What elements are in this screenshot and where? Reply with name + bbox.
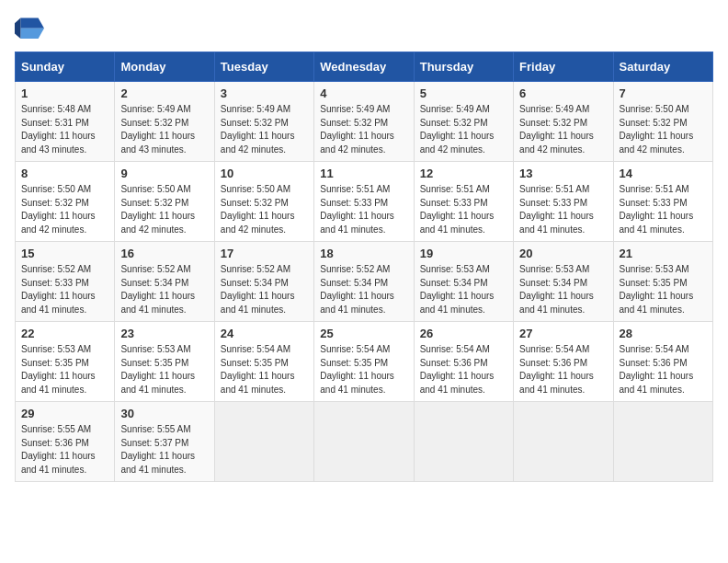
svg-marker-2 (15, 18, 20, 39)
day-cell: 24Sunrise: 5:54 AMSunset: 5:35 PMDayligh… (214, 322, 313, 402)
day-number: 30 (120, 407, 208, 420)
page-header (15, 15, 713, 40)
day-cell: 13Sunrise: 5:51 AMSunset: 5:33 PMDayligh… (514, 162, 613, 242)
day-cell: 11Sunrise: 5:51 AMSunset: 5:33 PMDayligh… (314, 162, 414, 242)
logo-icon (15, 15, 44, 40)
day-number: 24 (221, 327, 308, 340)
day-info: Sunrise: 5:54 AMSunset: 5:36 PMDaylight:… (620, 343, 707, 396)
day-info: Sunrise: 5:50 AMSunset: 5:32 PMDaylight:… (120, 183, 208, 236)
day-number: 2 (120, 86, 208, 100)
day-number: 18 (320, 247, 407, 260)
day-info: Sunrise: 5:53 AMSunset: 5:34 PMDaylight:… (519, 263, 607, 316)
column-header-sunday: Sunday (16, 52, 115, 82)
day-cell: 19Sunrise: 5:53 AMSunset: 5:34 PMDayligh… (414, 242, 513, 322)
week-row-2: 8Sunrise: 5:50 AMSunset: 5:32 PMDaylight… (16, 162, 713, 242)
day-number: 8 (21, 167, 108, 180)
day-number: 29 (21, 407, 108, 420)
day-number: 10 (221, 167, 308, 180)
column-header-monday: Monday (115, 52, 214, 82)
day-info: Sunrise: 5:53 AMSunset: 5:34 PMDaylight:… (420, 263, 507, 316)
column-header-friday: Friday (514, 52, 613, 82)
day-number: 7 (620, 86, 707, 100)
day-number: 12 (420, 167, 507, 180)
day-cell: 1Sunrise: 5:48 AMSunset: 5:31 PMDaylight… (16, 82, 115, 162)
day-info: Sunrise: 5:48 AMSunset: 5:31 PMDaylight:… (21, 103, 108, 156)
day-cell (514, 402, 613, 482)
day-cell: 9Sunrise: 5:50 AMSunset: 5:32 PMDaylight… (115, 162, 214, 242)
day-info: Sunrise: 5:52 AMSunset: 5:34 PMDaylight:… (120, 263, 208, 316)
column-header-wednesday: Wednesday (314, 52, 414, 82)
day-number: 5 (420, 86, 507, 100)
day-number: 13 (519, 167, 607, 180)
week-row-3: 15Sunrise: 5:52 AMSunset: 5:33 PMDayligh… (16, 242, 713, 322)
column-header-thursday: Thursday (414, 52, 513, 82)
week-row-4: 22Sunrise: 5:53 AMSunset: 5:35 PMDayligh… (16, 322, 713, 402)
svg-marker-0 (20, 18, 44, 29)
day-cell: 12Sunrise: 5:51 AMSunset: 5:33 PMDayligh… (414, 162, 513, 242)
day-cell: 3Sunrise: 5:49 AMSunset: 5:32 PMDaylight… (214, 82, 313, 162)
day-info: Sunrise: 5:51 AMSunset: 5:33 PMDaylight:… (620, 183, 707, 236)
logo (15, 15, 48, 40)
day-info: Sunrise: 5:49 AMSunset: 5:32 PMDaylight:… (120, 103, 208, 156)
day-info: Sunrise: 5:55 AMSunset: 5:36 PMDaylight:… (21, 423, 108, 477)
day-cell: 30Sunrise: 5:55 AMSunset: 5:37 PMDayligh… (115, 402, 214, 482)
day-info: Sunrise: 5:49 AMSunset: 5:32 PMDaylight:… (320, 103, 407, 156)
day-info: Sunrise: 5:53 AMSunset: 5:35 PMDaylight:… (120, 343, 208, 396)
day-info: Sunrise: 5:49 AMSunset: 5:32 PMDaylight:… (519, 103, 607, 156)
day-number: 23 (120, 327, 208, 340)
day-cell: 26Sunrise: 5:54 AMSunset: 5:36 PMDayligh… (414, 322, 513, 402)
day-cell: 23Sunrise: 5:53 AMSunset: 5:35 PMDayligh… (115, 322, 214, 402)
day-cell: 6Sunrise: 5:49 AMSunset: 5:32 PMDaylight… (514, 82, 613, 162)
day-cell (214, 402, 313, 482)
header-row: SundayMondayTuesdayWednesdayThursdayFrid… (16, 52, 713, 82)
day-number: 20 (519, 247, 607, 260)
day-info: Sunrise: 5:54 AMSunset: 5:35 PMDaylight:… (221, 343, 308, 396)
calendar-body: 1Sunrise: 5:48 AMSunset: 5:31 PMDaylight… (16, 82, 713, 482)
day-info: Sunrise: 5:54 AMSunset: 5:36 PMDaylight:… (519, 343, 607, 396)
day-info: Sunrise: 5:52 AMSunset: 5:34 PMDaylight:… (320, 263, 407, 316)
day-info: Sunrise: 5:50 AMSunset: 5:32 PMDaylight:… (21, 183, 108, 236)
day-number: 3 (221, 86, 308, 100)
day-cell: 21Sunrise: 5:53 AMSunset: 5:35 PMDayligh… (613, 242, 712, 322)
day-number: 26 (420, 327, 507, 340)
svg-marker-1 (20, 29, 44, 39)
day-cell (314, 402, 414, 482)
day-cell: 5Sunrise: 5:49 AMSunset: 5:32 PMDaylight… (414, 82, 513, 162)
day-cell: 8Sunrise: 5:50 AMSunset: 5:32 PMDaylight… (16, 162, 115, 242)
day-info: Sunrise: 5:53 AMSunset: 5:35 PMDaylight:… (620, 263, 707, 316)
day-cell: 28Sunrise: 5:54 AMSunset: 5:36 PMDayligh… (613, 322, 712, 402)
day-number: 19 (420, 247, 507, 260)
day-cell: 16Sunrise: 5:52 AMSunset: 5:34 PMDayligh… (115, 242, 214, 322)
day-cell: 14Sunrise: 5:51 AMSunset: 5:33 PMDayligh… (613, 162, 712, 242)
day-info: Sunrise: 5:53 AMSunset: 5:35 PMDaylight:… (21, 343, 108, 396)
day-cell: 7Sunrise: 5:50 AMSunset: 5:32 PMDaylight… (613, 82, 712, 162)
day-info: Sunrise: 5:54 AMSunset: 5:35 PMDaylight:… (320, 343, 407, 396)
week-row-1: 1Sunrise: 5:48 AMSunset: 5:31 PMDaylight… (16, 82, 713, 162)
day-cell: 18Sunrise: 5:52 AMSunset: 5:34 PMDayligh… (314, 242, 414, 322)
day-cell (613, 402, 712, 482)
column-header-tuesday: Tuesday (214, 52, 313, 82)
day-info: Sunrise: 5:50 AMSunset: 5:32 PMDaylight:… (221, 183, 308, 236)
day-cell: 29Sunrise: 5:55 AMSunset: 5:36 PMDayligh… (16, 402, 115, 482)
day-info: Sunrise: 5:51 AMSunset: 5:33 PMDaylight:… (320, 183, 407, 236)
day-cell: 2Sunrise: 5:49 AMSunset: 5:32 PMDaylight… (115, 82, 214, 162)
day-info: Sunrise: 5:52 AMSunset: 5:34 PMDaylight:… (221, 263, 308, 316)
column-header-saturday: Saturday (613, 52, 712, 82)
day-cell: 15Sunrise: 5:52 AMSunset: 5:33 PMDayligh… (16, 242, 115, 322)
day-number: 27 (519, 327, 607, 340)
week-row-5: 29Sunrise: 5:55 AMSunset: 5:36 PMDayligh… (16, 402, 713, 482)
calendar-header: SundayMondayTuesdayWednesdayThursdayFrid… (16, 52, 713, 82)
day-number: 17 (221, 247, 308, 260)
day-info: Sunrise: 5:49 AMSunset: 5:32 PMDaylight:… (221, 103, 308, 156)
day-info: Sunrise: 5:51 AMSunset: 5:33 PMDaylight:… (519, 183, 607, 236)
day-info: Sunrise: 5:55 AMSunset: 5:37 PMDaylight:… (120, 423, 208, 477)
day-number: 15 (21, 247, 108, 260)
day-cell: 22Sunrise: 5:53 AMSunset: 5:35 PMDayligh… (16, 322, 115, 402)
day-number: 16 (120, 247, 208, 260)
day-number: 9 (120, 167, 208, 180)
day-info: Sunrise: 5:49 AMSunset: 5:32 PMDaylight:… (420, 103, 507, 156)
day-number: 14 (620, 167, 707, 180)
day-cell (414, 402, 513, 482)
day-number: 22 (21, 327, 108, 340)
day-cell: 4Sunrise: 5:49 AMSunset: 5:32 PMDaylight… (314, 82, 414, 162)
